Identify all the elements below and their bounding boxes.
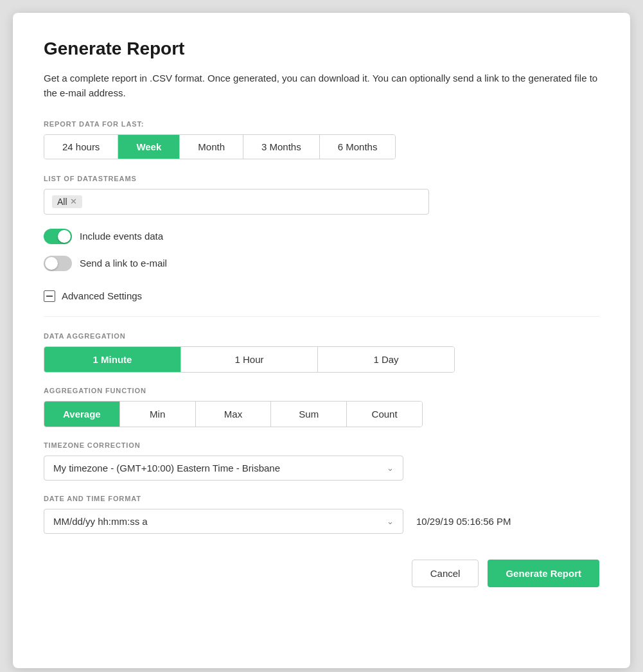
data-aggregation-label: DATA AGGREGATION <box>44 332 599 340</box>
datastreams-input[interactable]: All ✕ <box>44 189 429 215</box>
agg-tab-1day[interactable]: 1 Day <box>318 347 454 372</box>
send-email-label: Send a link to e-mail <box>80 258 167 269</box>
func-tab-average[interactable]: Average <box>44 402 120 427</box>
func-tab-max[interactable]: Max <box>196 402 272 427</box>
aggregation-function-tabs: Average Min Max Sum Count <box>44 401 423 427</box>
tab-week[interactable]: Week <box>118 135 180 159</box>
date-format-preview: 10/29/19 05:16:56 PM <box>416 516 511 527</box>
tab-3months[interactable]: 3 Months <box>243 135 320 159</box>
tab-24hours[interactable]: 24 hours <box>44 135 118 159</box>
timezone-arrow: ⌄ <box>387 463 394 473</box>
report-period-tabs: 24 hours Week Month 3 Months 6 Months <box>44 134 396 159</box>
include-events-label: Include events data <box>80 231 163 242</box>
func-tab-sum[interactable]: Sum <box>271 402 347 427</box>
date-format-select[interactable]: MM/dd/yy hh:mm:ss a ⌄ <box>44 509 403 534</box>
modal-title: Generate Report <box>44 39 599 59</box>
timezone-select[interactable]: My timezone - (GMT+10:00) Eastern Time -… <box>44 455 403 481</box>
advanced-settings-row[interactable]: Advanced Settings <box>44 290 599 302</box>
timezone-value: My timezone - (GMT+10:00) Eastern Time -… <box>53 463 280 473</box>
datastreams-label: LIST OF DATASTREAMS <box>44 175 599 182</box>
date-format-value: MM/dd/yy hh:mm:ss a <box>53 516 148 527</box>
agg-tab-1hour[interactable]: 1 Hour <box>181 347 318 372</box>
cancel-button[interactable]: Cancel <box>412 560 479 587</box>
include-events-toggle[interactable] <box>44 229 72 244</box>
date-format-label: DATE AND TIME FORMAT <box>44 495 599 502</box>
datastreams-tag: All ✕ <box>52 195 82 208</box>
datastreams-section: LIST OF DATASTREAMS All ✕ <box>44 175 599 215</box>
date-format-arrow: ⌄ <box>387 517 394 526</box>
send-email-row: Send a link to e-mail <box>44 256 599 271</box>
data-aggregation-tabs: 1 Minute 1 Hour 1 Day <box>44 346 455 373</box>
send-email-toggle[interactable] <box>44 256 72 271</box>
footer-buttons: Cancel Generate Report <box>44 553 599 587</box>
advanced-settings-label[interactable]: Advanced Settings <box>62 290 142 301</box>
advanced-settings-icon[interactable] <box>44 290 55 302</box>
agg-tab-1minute[interactable]: 1 Minute <box>44 347 181 372</box>
tab-month[interactable]: Month <box>180 135 243 159</box>
date-format-row: MM/dd/yy hh:mm:ss a ⌄ 10/29/19 05:16:56 … <box>44 509 599 534</box>
tag-text: All <box>57 197 67 207</box>
send-email-thumb <box>45 257 58 270</box>
aggregation-function-label: AGGREGATION FUNCTION <box>44 387 599 394</box>
generate-report-modal: Generate Report Get a complete report in… <box>13 13 630 668</box>
tab-6months[interactable]: 6 Months <box>320 135 396 159</box>
report-period-label: REPORT DATA FOR LAST: <box>44 120 599 128</box>
tag-remove[interactable]: ✕ <box>70 197 77 206</box>
modal-description: Get a complete report in .CSV format. On… <box>44 71 599 101</box>
divider <box>44 316 599 317</box>
func-tab-min[interactable]: Min <box>120 402 196 427</box>
data-aggregation-section: DATA AGGREGATION 1 Minute 1 Hour 1 Day <box>44 332 599 373</box>
include-events-row: Include events data <box>44 229 599 244</box>
include-events-thumb <box>58 230 71 243</box>
advanced-icon-bar <box>46 296 53 297</box>
generate-report-button[interactable]: Generate Report <box>488 560 599 587</box>
timezone-label: TIMEZONE CORRECTION <box>44 441 599 449</box>
func-tab-count[interactable]: Count <box>347 402 422 427</box>
